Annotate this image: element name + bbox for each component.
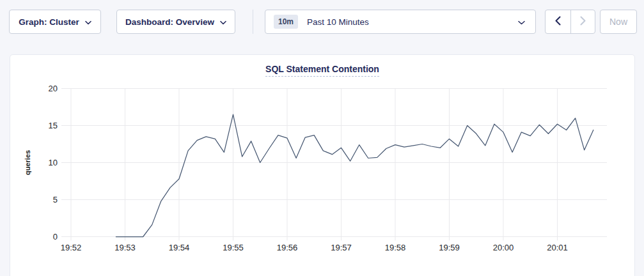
x-tick-label: 19:58 bbox=[385, 243, 406, 252]
chevron-right-icon bbox=[580, 16, 586, 28]
sql-statement-contention-chart[interactable]: 0510152019:5219:5319:5419:5519:5619:5719… bbox=[10, 55, 634, 276]
dashboard-dropdown-label: Dashboard: Overview bbox=[125, 17, 214, 27]
dashboard-dropdown[interactable]: Dashboard: Overview bbox=[116, 10, 235, 34]
x-tick-label: 19:57 bbox=[331, 243, 352, 252]
x-tick-label: 19:54 bbox=[169, 243, 190, 252]
previous-time-window-button[interactable] bbox=[546, 10, 570, 33]
chevron-down-icon bbox=[518, 16, 525, 27]
x-tick-label: 19:52 bbox=[61, 243, 82, 252]
x-tick-label: 20:00 bbox=[493, 243, 514, 252]
y-tick-label: 0 bbox=[53, 232, 58, 241]
y-tick-label: 20 bbox=[49, 84, 58, 93]
graph-dropdown[interactable]: Graph: Cluster bbox=[9, 10, 101, 34]
x-tick-label: 19:53 bbox=[114, 243, 136, 252]
now-button[interactable]: Now bbox=[600, 10, 637, 34]
y-tick-label: 5 bbox=[53, 195, 58, 204]
time-range-label: Past 10 Minutes bbox=[307, 17, 518, 27]
y-tick-label: 10 bbox=[49, 158, 58, 167]
x-tick-label: 20:01 bbox=[547, 243, 568, 252]
chevron-left-icon bbox=[555, 16, 561, 28]
x-tick-label: 19:59 bbox=[439, 243, 460, 252]
chevron-down-icon bbox=[220, 17, 226, 27]
time-step-button-group bbox=[545, 10, 595, 34]
next-time-window-button[interactable] bbox=[570, 10, 595, 33]
toolbar-divider bbox=[253, 10, 253, 34]
toolbar: Graph: Cluster Dashboard: Overview 10m P… bbox=[0, 0, 644, 45]
chevron-down-icon bbox=[85, 17, 91, 27]
graph-dropdown-label: Graph: Cluster bbox=[19, 17, 79, 27]
series-line-queries bbox=[116, 114, 593, 236]
x-tick-label: 19:56 bbox=[277, 243, 298, 252]
time-range-badge: 10m bbox=[274, 15, 298, 29]
x-tick-label: 19:55 bbox=[223, 243, 244, 252]
chart-card: SQL Statement Contention 0510152019:5219… bbox=[10, 54, 635, 276]
y-tick-label: 15 bbox=[49, 121, 58, 130]
y-axis-label: queries bbox=[24, 150, 31, 175]
time-range-selector[interactable]: 10m Past 10 Minutes bbox=[265, 10, 536, 34]
